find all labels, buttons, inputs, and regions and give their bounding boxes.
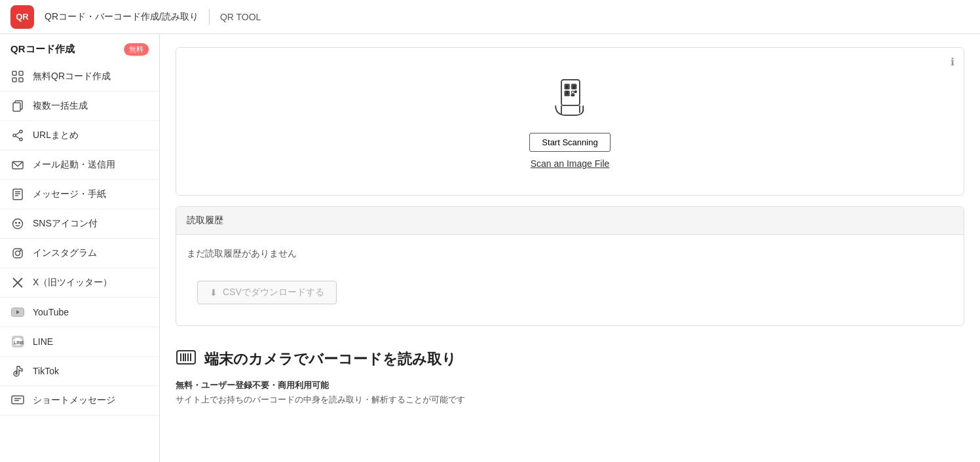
svg-rect-36 — [572, 91, 575, 94]
svg-rect-3 — [19, 78, 23, 82]
svg-point-17 — [16, 222, 17, 224]
sidebar-item-label: URLまとめ — [33, 130, 149, 141]
bottom-title: 端末のカメラでバーコードを読み取り — [204, 349, 457, 369]
sidebar-item-label: メール起動・送信用 — [33, 159, 149, 171]
logo-text: QR — [16, 12, 29, 22]
svg-rect-39 — [566, 86, 569, 88]
svg-rect-38 — [572, 95, 575, 96]
body-layout: QRコード作成 無料 無料QRコード作成 — [0, 34, 980, 462]
sidebar-item-url-summary[interactable]: URLまとめ — [0, 121, 159, 151]
sidebar-item-email[interactable]: メール起動・送信用 — [0, 151, 159, 180]
app-logo: QR — [10, 5, 34, 29]
scan-image-link[interactable]: Scan an Image File — [531, 158, 610, 169]
history-section: 読取履歴 まだ読取履歴がありません ⬇ CSVでダウンロードする — [176, 206, 964, 326]
header-subtitle: QR TOOL — [220, 12, 261, 22]
history-title: 読取履歴 — [187, 215, 223, 225]
share-icon — [10, 128, 25, 143]
scanner-box: ℹ — [176, 47, 964, 196]
copy-icon — [10, 99, 25, 113]
sidebar-badge: 無料 — [124, 43, 149, 56]
svg-rect-40 — [573, 86, 575, 88]
sidebar-section-header: QRコード作成 無料 — [0, 34, 159, 62]
svg-point-18 — [19, 222, 20, 224]
sidebar-item-label: X（旧ツイッター） — [33, 277, 149, 289]
doc-icon — [10, 187, 25, 202]
main-content: ℹ — [160, 34, 980, 462]
sidebar-item-label: YouTube — [33, 307, 149, 317]
sidebar-item-sms[interactable]: ショートメッセージ — [0, 386, 159, 416]
scanner-phone-icon — [547, 74, 593, 120]
svg-line-9 — [16, 132, 20, 135]
svg-rect-2 — [12, 78, 16, 82]
tiktok-icon — [10, 364, 25, 378]
sidebar-item-sns[interactable]: SNSアイコン付 — [0, 209, 159, 239]
svg-rect-5 — [13, 103, 20, 111]
svg-line-10 — [16, 136, 20, 139]
svg-rect-32 — [561, 80, 580, 105]
sidebar-item-label: TikTok — [33, 366, 149, 376]
svg-text:LINE: LINE — [14, 340, 24, 345]
sidebar-item-label: LINE — [33, 336, 149, 347]
instagram-icon — [10, 246, 25, 260]
sidebar-item-twitter[interactable]: X（旧ツイッター） — [0, 268, 159, 298]
smile-icon — [10, 217, 25, 231]
bottom-subtitle-text: サイト上でお持ちのバーコードの中身を読み取り・解析することが可能です — [176, 394, 964, 406]
bottom-title-row: 端末のカメラでバーコードを読み取り — [176, 347, 964, 372]
sidebar-item-bulk-gen[interactable]: 複数一括生成 — [0, 92, 159, 121]
header-title: QRコード・バーコード作成/読み取り — [45, 11, 198, 23]
sidebar-item-message[interactable]: メッセージ・手紙 — [0, 180, 159, 209]
sidebar-item-label: ショートメッセージ — [33, 395, 149, 406]
app-header: QR QRコード・バーコード作成/読み取り QR TOOL — [0, 0, 980, 34]
svg-rect-12 — [13, 189, 22, 200]
svg-point-16 — [13, 219, 23, 229]
sidebar-item-label: メッセージ・手紙 — [33, 188, 149, 200]
header-divider — [209, 9, 210, 25]
csv-btn-label: CSVでダウンロードする — [223, 287, 324, 298]
sidebar-item-youtube[interactable]: YouTube — [0, 298, 159, 327]
svg-point-8 — [13, 134, 16, 137]
grid-icon — [10, 69, 25, 84]
sms-icon — [10, 393, 25, 408]
csv-download-button[interactable]: ⬇ CSVでダウンロードする — [197, 281, 337, 304]
svg-rect-41 — [566, 92, 569, 95]
sidebar-item-free-qr[interactable]: 無料QRコード作成 — [0, 62, 159, 92]
svg-point-6 — [20, 130, 22, 133]
sidebar-item-label: 複数一括生成 — [33, 100, 149, 112]
sidebar-item-tiktok[interactable]: TikTok — [0, 357, 159, 386]
start-scanning-button[interactable]: Start Scanning — [529, 133, 610, 152]
sidebar-section-title: QRコード作成 — [10, 43, 75, 56]
svg-rect-1 — [19, 71, 23, 75]
svg-rect-37 — [575, 91, 576, 92]
envelope-icon — [10, 158, 25, 172]
x-icon — [10, 275, 25, 290]
bottom-section: 端末のカメラでバーコードを読み取り 無料・ユーザー登録不要・商用利用可能 サイト… — [176, 342, 964, 416]
bottom-subtitle-bold: 無料・ユーザー登録不要・商用利用可能 — [176, 380, 964, 391]
svg-rect-29 — [12, 396, 24, 404]
svg-point-20 — [16, 251, 20, 256]
barcode-icon — [176, 347, 197, 372]
history-empty-text: まだ読取履歴がありません — [176, 235, 964, 273]
info-icon[interactable]: ℹ — [951, 56, 954, 68]
sidebar-item-line[interactable]: LINE LINE — [0, 327, 159, 357]
svg-point-7 — [20, 138, 22, 141]
svg-point-21 — [20, 250, 20, 251]
youtube-icon — [10, 305, 25, 319]
sidebar: QRコード作成 無料 無料QRコード作成 — [0, 34, 160, 462]
line-icon: LINE — [10, 334, 25, 349]
sidebar-item-instagram[interactable]: インスタグラム — [0, 239, 159, 268]
sidebar-item-label: SNSアイコン付 — [33, 218, 149, 230]
history-header: 読取履歴 — [176, 207, 964, 235]
sidebar-item-label: インスタグラム — [33, 247, 149, 259]
svg-rect-0 — [12, 71, 16, 75]
sidebar-item-label: 無料QRコード作成 — [33, 71, 149, 82]
download-icon: ⬇ — [210, 287, 217, 298]
